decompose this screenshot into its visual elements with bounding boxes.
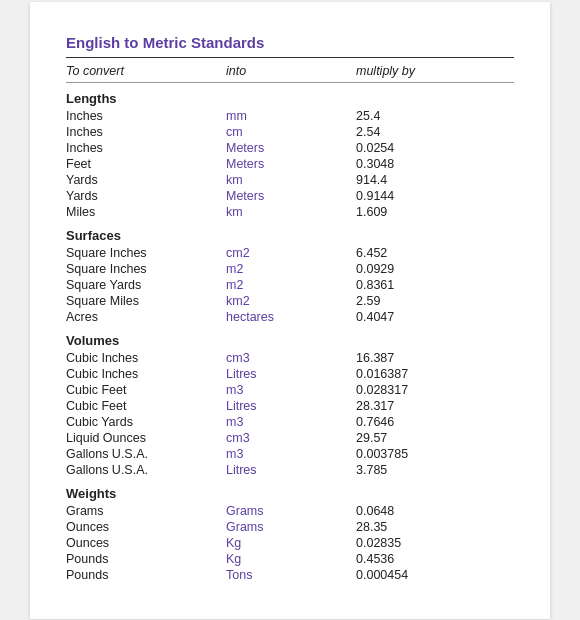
cell-into: Grams	[226, 520, 356, 534]
cell-multiply: 28.317	[356, 399, 486, 413]
section-title-1: Surfaces	[66, 228, 514, 243]
cell-multiply: 0.02835	[356, 536, 486, 550]
cell-into: Kg	[226, 552, 356, 566]
table-row: PoundsKg0.4536	[66, 551, 514, 567]
table-row: InchesMeters0.0254	[66, 140, 514, 156]
cell-into: km	[226, 173, 356, 187]
cell-multiply: 3.785	[356, 463, 486, 477]
cell-into: km	[226, 205, 356, 219]
section-title-3: Weights	[66, 486, 514, 501]
cell-into: m2	[226, 262, 356, 276]
cell-multiply: 0.028317	[356, 383, 486, 397]
cell-from: Cubic Feet	[66, 383, 226, 397]
table-row: Square Mileskm22.59	[66, 293, 514, 309]
cell-multiply: 29.57	[356, 431, 486, 445]
cell-into: mm	[226, 109, 356, 123]
table-row: OuncesKg0.02835	[66, 535, 514, 551]
cell-into: Meters	[226, 189, 356, 203]
table-row: Inchescm2.54	[66, 124, 514, 140]
cell-from: Grams	[66, 504, 226, 518]
col-header-multiply: multiply by	[356, 64, 486, 78]
table-row: Cubic InchesLitres0.016387	[66, 366, 514, 382]
table-row: Cubic FeetLitres28.317	[66, 398, 514, 414]
cell-from: Square Inches	[66, 262, 226, 276]
table-body: LengthsInchesmm25.4Inchescm2.54InchesMet…	[66, 91, 514, 583]
cell-into: m2	[226, 278, 356, 292]
cell-from: Yards	[66, 189, 226, 203]
cell-from: Yards	[66, 173, 226, 187]
cell-multiply: 2.54	[356, 125, 486, 139]
table-row: Cubic Yardsm30.7646	[66, 414, 514, 430]
cell-multiply: 2.59	[356, 294, 486, 308]
cell-from: Pounds	[66, 568, 226, 582]
table-row: OuncesGrams28.35	[66, 519, 514, 535]
col-header-into: into	[226, 64, 356, 78]
cell-from: Inches	[66, 141, 226, 155]
table-row: Inchesmm25.4	[66, 108, 514, 124]
table-row: YardsMeters0.9144	[66, 188, 514, 204]
section-title-0: Lengths	[66, 91, 514, 106]
cell-into: km2	[226, 294, 356, 308]
cell-multiply: 0.000454	[356, 568, 486, 582]
cell-multiply: 0.003785	[356, 447, 486, 461]
table-row: Gallons U.S.A.m30.003785	[66, 446, 514, 462]
table-row: Yardskm914.4	[66, 172, 514, 188]
cell-multiply: 0.4047	[356, 310, 486, 324]
column-headers: To convert into multiply by	[66, 62, 514, 83]
cell-from: Gallons U.S.A.	[66, 447, 226, 461]
table-row: FeetMeters0.3048	[66, 156, 514, 172]
page-title: English to Metric Standards	[66, 34, 514, 51]
cell-multiply: 6.452	[356, 246, 486, 260]
cell-into: m3	[226, 447, 356, 461]
cell-into: Meters	[226, 157, 356, 171]
cell-into: Litres	[226, 367, 356, 381]
table-row: PoundsTons0.000454	[66, 567, 514, 583]
cell-from: Square Inches	[66, 246, 226, 260]
section-title-2: Volumes	[66, 333, 514, 348]
table-row: Cubic Inchescm316.387	[66, 350, 514, 366]
cell-into: Kg	[226, 536, 356, 550]
table-row: Acreshectares0.4047	[66, 309, 514, 325]
cell-into: cm3	[226, 351, 356, 365]
main-page: English to Metric Standards To convert i…	[30, 2, 550, 619]
cell-from: Gallons U.S.A.	[66, 463, 226, 477]
table-row: Cubic Feetm30.028317	[66, 382, 514, 398]
cell-into: m3	[226, 383, 356, 397]
cell-multiply: 0.8361	[356, 278, 486, 292]
cell-from: Feet	[66, 157, 226, 171]
cell-multiply: 0.9144	[356, 189, 486, 203]
cell-multiply: 0.3048	[356, 157, 486, 171]
cell-from: Cubic Yards	[66, 415, 226, 429]
cell-multiply: 25.4	[356, 109, 486, 123]
cell-from: Pounds	[66, 552, 226, 566]
table-row: Square Inchesm20.0929	[66, 261, 514, 277]
cell-multiply: 1.609	[356, 205, 486, 219]
cell-from: Inches	[66, 109, 226, 123]
cell-multiply: 0.0648	[356, 504, 486, 518]
table-row: Square Inchescm26.452	[66, 245, 514, 261]
cell-into: Litres	[226, 463, 356, 477]
cell-into: Grams	[226, 504, 356, 518]
col-header-from: To convert	[66, 64, 226, 78]
cell-multiply: 0.4536	[356, 552, 486, 566]
title-rule	[66, 57, 514, 58]
cell-from: Square Miles	[66, 294, 226, 308]
cell-from: Miles	[66, 205, 226, 219]
cell-multiply: 16.387	[356, 351, 486, 365]
cell-from: Cubic Feet	[66, 399, 226, 413]
table-row: Square Yardsm20.8361	[66, 277, 514, 293]
table-row: Liquid Ouncescm329.57	[66, 430, 514, 446]
cell-from: Inches	[66, 125, 226, 139]
cell-into: Litres	[226, 399, 356, 413]
cell-multiply: 0.7646	[356, 415, 486, 429]
cell-multiply: 0.0254	[356, 141, 486, 155]
cell-into: cm	[226, 125, 356, 139]
table-row: GramsGrams0.0648	[66, 503, 514, 519]
cell-multiply: 28.35	[356, 520, 486, 534]
cell-into: Meters	[226, 141, 356, 155]
cell-multiply: 914.4	[356, 173, 486, 187]
cell-from: Liquid Ounces	[66, 431, 226, 445]
cell-multiply: 0.0929	[356, 262, 486, 276]
table-row: Mileskm1.609	[66, 204, 514, 220]
cell-into: m3	[226, 415, 356, 429]
